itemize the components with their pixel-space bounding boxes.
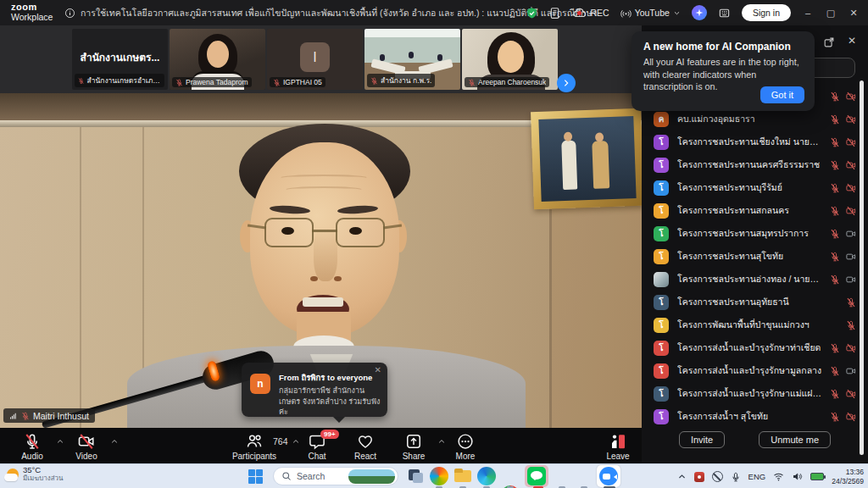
participant-name: โครงการส่งน้ำฯ สุโขทัย [677, 409, 768, 424]
tray-recorder-icon[interactable] [694, 472, 704, 482]
chevron-down-icon [673, 9, 681, 17]
toast-close-icon[interactable]: ✕ [375, 365, 381, 374]
ai-companion-icon[interactable] [692, 5, 707, 20]
tray-blocked-icon[interactable] [712, 471, 723, 482]
mic-muted-icon [370, 77, 378, 85]
start-button[interactable] [248, 469, 263, 484]
invite-button[interactable]: Invite [679, 431, 725, 448]
spark-icon [694, 8, 704, 18]
video-options-chevron[interactable] [110, 437, 119, 446]
battery-icon[interactable] [810, 473, 824, 480]
participant-row[interactable]: โ โครงการชลประทานนครศรีธรรมราช [642, 153, 868, 176]
video-tile-2[interactable]: Prawena Tadaprom [170, 29, 265, 90]
video-tile-3[interactable]: I IGPTHAI 05 [267, 29, 363, 90]
participant-row[interactable]: โ โครงการชลประทานเชียงใหม่ นายสมัฐพัฒน์ … [642, 130, 868, 153]
maximize-button[interactable]: ▢ [825, 8, 837, 19]
tile-name-label: IGPTHAI 05 [270, 77, 326, 87]
sign-in-button[interactable]: Sign in [742, 4, 791, 21]
meeting-topic: การใช้เทคโนโลยีอวกาศและภูมิสารสนเทศ เพื่… [81, 6, 597, 20]
participants-count: 764 [273, 436, 288, 446]
leave-button[interactable]: Leave [598, 428, 637, 463]
avatar: I [300, 42, 330, 72]
youtube-live-indicator[interactable]: YouTube [620, 8, 681, 19]
participant-row[interactable]: โ โครงการชลประทานบุรีรัมย์ [642, 176, 868, 199]
recording-indicator[interactable]: REC [573, 6, 609, 19]
participant-row[interactable]: โ โครงการชลประทานสกลนคร [642, 199, 868, 222]
tray-mic-icon[interactable] [731, 472, 741, 482]
camera-off-icon [846, 206, 856, 216]
notes-icon[interactable] [549, 7, 562, 19]
titlebar: zoom Workplace การใช้เทคโนโลยีอวกาศและภู… [0, 0, 868, 25]
popout-panel-icon[interactable] [823, 36, 835, 48]
mic-muted-icon [830, 160, 840, 170]
heart-react-icon [357, 433, 374, 450]
participant-row[interactable]: โ โครงการชลประทานอุทัยธานี [642, 291, 868, 313]
scrollbar[interactable] [860, 80, 864, 455]
weather-widget[interactable]: 35°C มีเมฆบางส่วน [7, 466, 64, 483]
mic-muted-icon [175, 79, 183, 86]
participant-avatar: ค [654, 112, 669, 127]
unmute-me-button[interactable]: Unmute me [759, 431, 831, 448]
participant-row[interactable]: โ โครงการชลประทานสมุทรปราการ [642, 222, 868, 245]
video-tile-1[interactable]: สำนักงานเกษตร... สำนักงานเกษตรอำเภอวิหา.… [72, 29, 168, 90]
next-page-button[interactable] [557, 74, 576, 92]
minimize-button[interactable]: – [802, 8, 814, 18]
task-view-button[interactable] [406, 467, 425, 485]
language-indicator[interactable]: ENG [748, 472, 766, 481]
participant-row[interactable]: โ โครงการพัฒนาพื้นที่ป่าขุนแม่กวงฯ [642, 313, 868, 336]
zoom-app-icon[interactable] [599, 467, 618, 485]
participant-row[interactable]: โ โครงการส่งน้ำและบำรุงรักษาท่าเชียด [642, 336, 868, 359]
copilot-icon[interactable] [430, 467, 448, 485]
tile-name-label: Prawena Tadaprom [172, 77, 252, 87]
date: 24/3/2569 [832, 477, 864, 486]
chevron-right-icon [561, 78, 571, 88]
close-panel-icon[interactable]: ✕ [848, 35, 856, 47]
volume-icon[interactable] [792, 471, 803, 482]
hidden-icons-chevron[interactable] [677, 472, 687, 481]
participant-name: โครงการชลประทานเชียงใหม่ นายสมัฐพัฒน์ เค… [677, 135, 823, 149]
apps-icon[interactable] [718, 7, 731, 19]
audio-button[interactable]: Audio [10, 428, 54, 463]
share-options-chevron[interactable] [437, 437, 446, 446]
participant-row[interactable]: ค คบ.แม่กวงอุดมธารา [642, 108, 868, 130]
wifi-icon[interactable] [773, 471, 784, 482]
video-tile-4[interactable]: สำนักงาน ก.พ.ร. [364, 29, 460, 90]
mic-muted-icon [830, 252, 840, 262]
line-app-icon[interactable] [527, 467, 546, 485]
participant-row[interactable]: โ โครงการส่งน้ำและบำรุงรักษามูลกลาง [642, 359, 868, 382]
taskbar-search[interactable]: Search [273, 467, 398, 485]
camera-icon [846, 252, 856, 262]
logo-zoom: zoom [11, 3, 53, 12]
zoom-meeting-window: zoom Workplace การใช้เทคโนโลยีอวกาศและภู… [0, 0, 868, 488]
more-button[interactable]: More [446, 428, 485, 463]
share-button[interactable]: Share [393, 428, 434, 463]
participant-name: โครงการชลประทานอุทัยธานี [677, 295, 789, 309]
chat-notification-toast[interactable]: n From ถิรพิกร to everyone กลุ่มอารักขาพ… [242, 363, 387, 417]
camera-icon [846, 274, 856, 285]
video-tile-5[interactable]: Areepan Charoensuk [462, 29, 558, 90]
royal-portrait-frame [531, 108, 642, 209]
participant-name: โครงการชลประทานสมุทรปราการ [677, 226, 809, 241]
active-speaker-video[interactable]: Maitri Inthusut n From ถิรพิกร to everyo… [0, 93, 642, 428]
mic-muted-icon [846, 320, 856, 330]
search-daily-image [348, 469, 395, 484]
edge-browser-icon[interactable] [477, 467, 496, 485]
video-button[interactable]: Video [64, 428, 108, 463]
speaker-name: Maitri Inthusut [33, 411, 89, 421]
more-icon [457, 433, 474, 450]
security-shield-icon[interactable] [526, 7, 538, 19]
react-button[interactable]: React [346, 428, 385, 463]
search-icon [281, 471, 292, 481]
participants-list: ค คบ.แม่กวงอุดมธารา โ โครงการชลประทานเชี… [642, 85, 868, 428]
participant-row[interactable]: โ โครงการส่งน้ำฯ สุโขทัย [642, 405, 868, 428]
participant-row[interactable]: โ โครงการส่งน้ำและบำรุงรักษาแม่แฝก-แม่งั… [642, 382, 868, 405]
participant-row[interactable]: โ โครงการชลประทานสุโขทัย [642, 245, 868, 268]
audio-options-chevron[interactable] [56, 437, 64, 446]
clock[interactable]: 13:36 24/3/2569 [832, 468, 864, 485]
camera-off-icon [846, 137, 856, 147]
close-button[interactable]: ✕ [848, 8, 860, 19]
got-it-button[interactable]: Got it [760, 86, 804, 103]
file-explorer-icon[interactable] [453, 467, 472, 485]
participant-avatar: โ [654, 226, 669, 241]
participant-row[interactable]: โครงการชลประทานอ่างทอง / นายศิโรตน์ ลิขิ… [642, 268, 868, 291]
